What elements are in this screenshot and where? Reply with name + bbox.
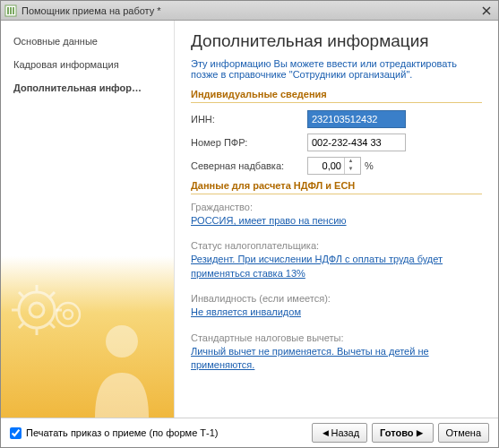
back-button[interactable]: ◀Назад: [312, 423, 368, 443]
pfr-label: Номер ПФР:: [191, 137, 307, 148]
cancel-button[interactable]: Отмена: [438, 423, 489, 443]
close-button[interactable]: [478, 4, 495, 18]
spin-down-icon[interactable]: ▼: [345, 166, 357, 174]
print-order-checkbox[interactable]: [10, 427, 22, 439]
sidebar-decoration: [1, 256, 174, 418]
svg-rect-2: [10, 7, 12, 14]
percent-sign: %: [365, 160, 374, 171]
done-button[interactable]: Готово▶: [372, 423, 433, 443]
title-bar: Помощник приема на работу *: [1, 1, 498, 21]
print-order-label: Печатать приказ о приеме (по форме Т-1): [26, 427, 218, 438]
disability-label: Инвалидность (если имеется):: [191, 293, 482, 304]
svg-rect-3: [13, 7, 14, 14]
citizenship-label: Гражданство:: [191, 202, 482, 212]
main-content: Дополнительная информация Эту информацию…: [175, 21, 498, 418]
north-allowance-input[interactable]: [308, 160, 344, 171]
svg-point-18: [106, 325, 138, 358]
svg-line-12: [19, 292, 24, 297]
sidebar-item-basic[interactable]: Основные данные: [1, 30, 174, 53]
print-order-row[interactable]: Печатать приказ о приеме (по форме Т-1): [10, 427, 307, 439]
north-allowance-stepper[interactable]: ▲ ▼: [307, 157, 361, 175]
footer: Печатать приказ о приеме (по форме Т-1) …: [1, 418, 498, 447]
intro-text: Эту информацию Вы можете ввести или отре…: [191, 58, 482, 80]
sidebar-item-additional[interactable]: Дополнительная инфор…: [1, 76, 174, 99]
svg-line-15: [19, 323, 24, 328]
deductions-label: Стандартные налоговые вычеты:: [191, 332, 482, 343]
svg-point-17: [64, 310, 73, 319]
deductions-link[interactable]: Личный вычет не применяется. Вычеты на д…: [191, 345, 482, 373]
app-icon: [4, 4, 17, 17]
svg-rect-1: [7, 7, 9, 14]
spin-up-icon[interactable]: ▲: [345, 158, 357, 166]
inn-label: ИНН:: [191, 114, 307, 125]
disability-link[interactable]: Не является инвалидом: [191, 306, 301, 319]
svg-point-7: [30, 303, 44, 317]
inn-input[interactable]: [307, 110, 406, 128]
section-ndfl: Данные для расчета НДФЛ и ЕСН: [191, 180, 482, 194]
section-individual: Индивидуальные сведения: [191, 89, 482, 103]
tax-status-link[interactable]: Резидент. При исчислении НДФЛ с оплаты т…: [191, 253, 482, 280]
arrow-left-icon: ◀: [323, 428, 329, 437]
page-title: Дополнительная информация: [191, 31, 482, 51]
pfr-input[interactable]: [307, 134, 406, 151]
person-icon: [77, 319, 167, 418]
citizenship-link[interactable]: РОССИЯ, имеет право на пенсию: [191, 214, 347, 228]
arrow-right-icon: ▶: [417, 428, 423, 437]
sidebar-item-hr[interactable]: Кадровая информация: [1, 53, 174, 76]
north-label: Северная надбавка:: [191, 160, 307, 171]
window-title: Помощник приема на работу *: [22, 5, 478, 16]
sidebar: Основные данные Кадровая информация Допо…: [1, 21, 175, 418]
tax-status-label: Статус налогоплательщика:: [191, 240, 482, 251]
